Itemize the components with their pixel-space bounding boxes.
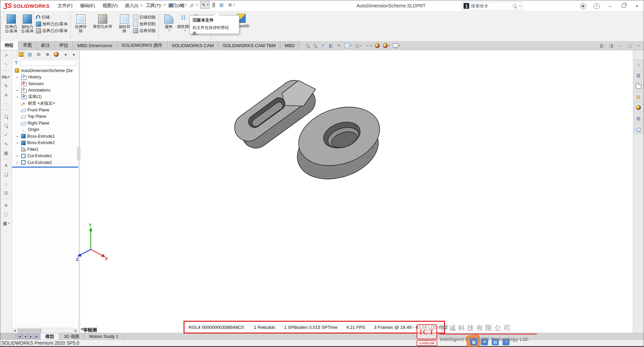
expander-icon[interactable]: ▸ xyxy=(17,161,21,164)
tree-item-AutoDimensionScheme (De[interactable]: AutoDimensionScheme (De xyxy=(12,67,78,74)
pane-minimize-icon-button[interactable]: – xyxy=(618,43,623,48)
hatch-icon-button[interactable]: ▨ xyxy=(2,189,10,196)
edit-appearance-icon-button[interactable] xyxy=(375,43,380,48)
displaymanager-tab-button[interactable] xyxy=(52,50,61,59)
caret-icon[interactable]: ▾ xyxy=(168,29,170,32)
caret-icon[interactable]: ▾ xyxy=(399,44,400,47)
view-palette-icon-button[interactable]: ▤ xyxy=(634,92,643,102)
sweep-icon-button[interactable]: 扫描 xyxy=(36,14,68,21)
open-icon-button[interactable]: ▭▾ xyxy=(157,1,167,9)
expander-icon[interactable]: ▸ xyxy=(17,89,21,92)
table-icon-button[interactable]: ▦▾ xyxy=(2,219,10,227)
tab-MBD Dimensions[interactable]: MBD Dimensions xyxy=(73,41,117,50)
balloon-icon-button[interactable]: ❑ xyxy=(2,171,10,178)
help-button[interactable]: ? xyxy=(590,0,603,11)
tree-filter-input[interactable] xyxy=(20,60,76,66)
format-painter-icon-button[interactable]: ✎ xyxy=(2,82,10,90)
caret-icon[interactable]: ▾ xyxy=(153,3,155,6)
dimxpertmanager-tab-button[interactable]: ⊕ xyxy=(43,50,51,59)
search-caret-icon[interactable]: ▾ xyxy=(519,4,521,7)
tree-item-Fillet1[interactable]: Fillet1 xyxy=(12,146,78,153)
grid-icon-button[interactable]: ▦ xyxy=(2,149,10,157)
menu-编辑(E)[interactable]: 编辑(E) xyxy=(77,1,98,11)
scroll-left-icon[interactable]: ◀ xyxy=(12,328,17,333)
tree-item-Top Plane[interactable]: Top Plane xyxy=(12,113,78,120)
caret-icon[interactable]: ▾ xyxy=(233,3,235,6)
tree-item-材质 <未指定>[interactable]: ≡材质 <未指定> xyxy=(12,100,78,107)
sweep-cut-icon-button[interactable]: 扫描切除 xyxy=(133,14,156,21)
tree-item-Boss-Extrude1[interactable]: ▸Boss-Extrude1 xyxy=(12,133,78,140)
pane-close-icon-button[interactable]: × xyxy=(636,43,641,48)
frame-icon-button[interactable]: ▢ xyxy=(2,210,10,218)
custom-properties-icon-button[interactable]: ▤ xyxy=(634,113,643,123)
caret-icon[interactable]: ▾ xyxy=(389,44,390,47)
tree-item-History[interactable]: ▸↺History xyxy=(12,74,78,81)
reference-arrow-icon-button[interactable]: ↗ xyxy=(2,51,10,59)
caret-icon[interactable]: ▾ xyxy=(196,3,198,6)
tree-item-Cut-Extrude2[interactable]: ▸Cut-Extrude2 xyxy=(12,159,78,166)
expander-icon[interactable]: ▸ xyxy=(17,141,21,144)
minimize-button[interactable]: – xyxy=(603,0,617,11)
zoom-in-icon-button[interactable] xyxy=(2,113,10,120)
caret-icon[interactable]: ▾ xyxy=(186,3,187,6)
bottom-tab-Motion Study 1[interactable]: Motion Study 1 xyxy=(84,333,123,340)
tree-horizontal-scrollbar[interactable]: ◀ ▶ xyxy=(12,328,78,333)
caret-icon[interactable]: ▾ xyxy=(207,3,208,6)
menu-视图(V)[interactable]: 视图(V) xyxy=(99,1,121,11)
revolve-cut-icon-button[interactable]: 旋转切 除 xyxy=(116,13,132,33)
part-model[interactable] xyxy=(202,74,390,185)
tab-特征[interactable]: 特征 xyxy=(0,41,18,50)
sheet-nav-button[interactable]: |◀ xyxy=(17,334,22,339)
apply-scene-icon-button[interactable]: ▾ xyxy=(383,43,390,48)
surface-icon-button[interactable]: ◬ xyxy=(2,180,10,187)
sheet-nav-button[interactable]: ▶| xyxy=(34,334,39,339)
tree-item-Sensors[interactable]: ◉Sensors xyxy=(12,80,78,87)
caret-icon[interactable]: ▾ xyxy=(350,44,352,47)
caret-icon[interactable]: ▾ xyxy=(8,222,9,225)
dynamic-annotation-icon-button[interactable]: ✎ xyxy=(336,43,341,48)
expander-icon[interactable]: ▸ xyxy=(17,75,21,79)
tab-SOLIDWORKS 插件[interactable]: SOLIDWORKS 插件 xyxy=(117,41,167,50)
tree-item-Annotations[interactable]: ▸AAnnotations xyxy=(12,87,78,94)
select-cursor-icon-button[interactable]: ↖▾ xyxy=(200,1,210,9)
loft-cut-icon-button[interactable]: 放样切割 xyxy=(133,21,156,27)
search-icon[interactable] xyxy=(513,4,517,8)
forum-icon-button[interactable] xyxy=(634,124,643,134)
propertymanager-tab-button[interactable]: ▤ xyxy=(26,50,34,59)
tree-item-Origin[interactable]: ∟Origin xyxy=(12,127,78,133)
tree-item-Right Plane[interactable]: Right Plane xyxy=(12,120,78,127)
zoom-fit-icon-button[interactable] xyxy=(306,43,310,48)
tree-item-实体(1)[interactable]: ▸▣实体(1) xyxy=(12,94,78,100)
tab-草图[interactable]: 草图 xyxy=(18,41,37,50)
tab-SOLIDWORKS CAM[interactable]: SOLIDWORKS CAM xyxy=(167,41,218,50)
zoom-area-icon-button[interactable] xyxy=(313,43,317,48)
bottom-tab-模型[interactable]: 模型 xyxy=(41,333,59,340)
pane-left-icon-button[interactable]: ◧ xyxy=(600,43,605,48)
view-orientation-icon-button[interactable]: ▾ xyxy=(345,43,352,48)
caret-icon[interactable]: ▾ xyxy=(360,44,362,47)
menu-文件(F)[interactable]: 文件(F) xyxy=(54,1,76,11)
rebuild-traffic-light-icon-button[interactable] xyxy=(211,1,216,9)
options-list-icon-button[interactable]: ▤ xyxy=(217,1,225,9)
pane-right-icon-button[interactable]: ◨ xyxy=(609,43,614,48)
sheet-nav-button[interactable]: ◀ xyxy=(23,334,28,339)
tab-标注[interactable]: 标注 xyxy=(37,41,55,50)
appearances-icon-button[interactable] xyxy=(634,103,643,112)
fm-scroll-left-icon-button[interactable]: ◂ xyxy=(61,50,69,59)
display-style-icon-button[interactable]: ◫▾ xyxy=(355,43,362,48)
section-view-icon-button[interactable]: ◧ xyxy=(328,43,333,48)
extrude-boss-icon-button[interactable]: 拉伸凸 台/基体 xyxy=(3,13,19,33)
loft-boss-icon-button[interactable]: 放样凸台/基体 xyxy=(36,21,68,27)
settings-gear-icon-button[interactable]: ⚙▾ xyxy=(226,1,236,9)
spline-icon-button[interactable]: ∿ xyxy=(2,140,10,147)
zoom-previous-icon-button[interactable]: ✐ xyxy=(320,43,325,48)
account-button[interactable]: ◉ xyxy=(576,0,590,11)
view-settings-icon-button[interactable]: ▾ xyxy=(393,43,400,47)
caret-icon[interactable]: ▾ xyxy=(370,44,372,47)
configurationmanager-tab-button[interactable]: ⊞ xyxy=(35,50,43,59)
tree-item-Front Plane[interactable]: Front Plane xyxy=(12,107,78,113)
undo-icon-button[interactable]: ↶▾ xyxy=(189,1,199,9)
panel-splitter-handle[interactable] xyxy=(77,147,80,160)
rollback-bar[interactable] xyxy=(12,167,78,168)
home-tab-icon-button[interactable]: ⌂ xyxy=(634,60,643,69)
